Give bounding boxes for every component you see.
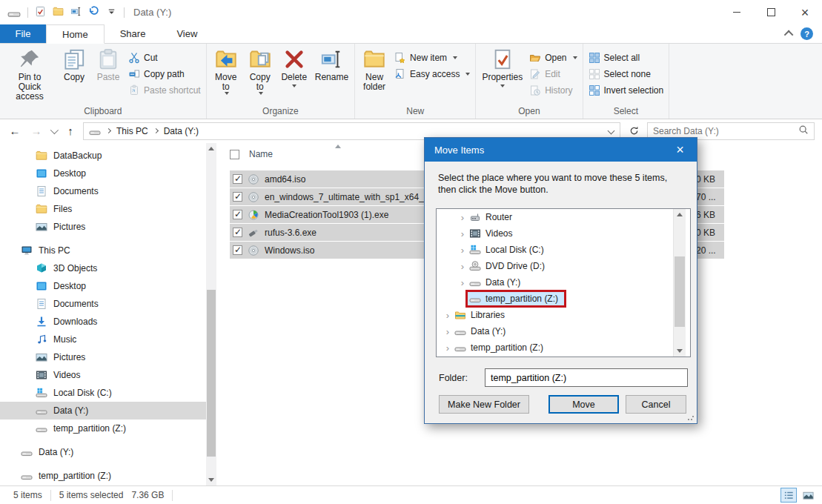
make-new-folder-button[interactable]: Make New Folder (439, 395, 529, 414)
row-checkbox[interactable] (233, 174, 242, 184)
expander-icon[interactable] (457, 277, 468, 288)
ribbon-button-new-item[interactable]: New item (391, 50, 473, 66)
details-view-icon[interactable] (780, 488, 797, 503)
ribbon-button-history[interactable]: History (526, 82, 580, 99)
tab-home[interactable]: Home (46, 24, 105, 44)
sidebar-item-temp-partition-z[interactable]: temp_partition (Z:) (0, 467, 206, 485)
folder-icon[interactable] (53, 6, 64, 19)
sidebar-item-documents[interactable]: Documents (0, 295, 206, 313)
tree-item-temp-partition-z[interactable]: temp_partition (Z:) (437, 339, 690, 356)
ribbon-button-paste-shortcut[interactable]: Paste shortcut (125, 82, 204, 99)
tab-share[interactable]: Share (105, 24, 162, 43)
up-icon[interactable]: ↑ (62, 125, 79, 137)
ribbon-button-select-none[interactable]: Select none (586, 66, 667, 82)
close-icon[interactable] (788, 0, 822, 24)
ribbon-button-delete[interactable]: Delete (278, 45, 311, 87)
ribbon-button-select-all[interactable]: Select all (586, 50, 667, 66)
minimize-icon[interactable] (720, 0, 754, 24)
sidebar-item-documents[interactable]: Documents (0, 182, 206, 200)
sidebar-item-local-disk-c[interactable]: Local Disk (C:) (0, 384, 206, 402)
expander-icon[interactable] (457, 261, 468, 272)
sidebar-item-downloads[interactable]: Downloads (0, 313, 206, 331)
tree-item-data-y[interactable]: Data (Y:) (437, 274, 690, 291)
breadcrumb-item-this-pc[interactable]: This PC (116, 126, 148, 136)
annotation-highlight[interactable]: temp_partition (Z:) (465, 290, 566, 308)
expander-icon[interactable] (457, 212, 468, 223)
recent-locations-icon[interactable] (50, 125, 59, 133)
sidebar-scrollbar[interactable] (206, 143, 216, 485)
sidebar-item-videos[interactable]: Videos (0, 366, 206, 384)
properties-check-icon[interactable] (35, 6, 46, 19)
collapse-ribbon-icon[interactable] (784, 30, 794, 40)
tree-scrollbar[interactable] (673, 209, 686, 357)
sidebar-item-data-y[interactable]: Data (Y:) (0, 443, 206, 461)
tree-item-local-disk-c[interactable]: Local Disk (C:) (437, 242, 690, 258)
ribbon-button-invert-selection[interactable]: Invert selection (586, 82, 667, 99)
sidebar-item-pictures[interactable]: Pictures (0, 348, 206, 366)
ribbon-button-copy-to[interactable]: Copy to (244, 45, 276, 95)
ribbon-button-copy-path[interactable]: Copy path (125, 66, 204, 82)
search-input[interactable] (653, 126, 798, 136)
ribbon-button-cut[interactable]: Cut (125, 50, 204, 66)
ribbon-button-properties[interactable]: Properties (479, 45, 526, 87)
sidebar-item-pictures[interactable]: Pictures (0, 218, 206, 236)
tree-item-router[interactable]: Router (437, 209, 690, 225)
ribbon-button-pin-to-quick-access[interactable]: Pin to Quick access (3, 45, 56, 102)
resize-grip[interactable] (687, 414, 695, 421)
sidebar-item-this-pc[interactable]: This PC (0, 242, 206, 259)
ribbon-button-easy-access[interactable]: Easy access (391, 66, 473, 82)
row-checkbox[interactable] (233, 245, 242, 255)
column-header-name[interactable]: Name (230, 149, 273, 159)
tree-item-temp-partition-z[interactable]: temp_partition (Z:) (437, 291, 690, 307)
expander-icon[interactable] (443, 342, 453, 354)
scroll-up-icon[interactable] (677, 213, 683, 216)
ribbon-button-new-folder[interactable]: New folder (358, 45, 391, 92)
scrollbar-thumb[interactable] (207, 290, 216, 457)
sidebar-item-desktop[interactable]: Desktop (0, 165, 206, 182)
rename-icon[interactable] (70, 6, 82, 19)
row-checkbox[interactable] (233, 228, 242, 237)
forward-icon[interactable]: → (27, 125, 45, 137)
sidebar-item-databackup[interactable]: DataBackup (0, 147, 206, 165)
tab-file[interactable]: File (0, 24, 46, 43)
undo-icon[interactable] (88, 6, 99, 19)
dialog-close-icon[interactable] (663, 138, 697, 162)
back-icon[interactable]: ← (6, 125, 24, 137)
expander-icon[interactable] (443, 310, 453, 321)
large-icons-view-icon[interactable] (800, 488, 816, 503)
tree-item-videos[interactable]: Videos (437, 225, 690, 242)
expander-icon[interactable] (457, 228, 468, 239)
ribbon-button-move-to[interactable]: Move to (210, 45, 242, 95)
select-all-checkbox[interactable] (230, 150, 239, 159)
address-dropdown-icon[interactable] (608, 127, 615, 135)
expander-icon[interactable] (457, 245, 468, 256)
maximize-icon[interactable] (754, 0, 788, 24)
qat-customize-icon[interactable] (106, 6, 117, 19)
help-icon[interactable] (801, 27, 813, 40)
row-checkbox[interactable] (233, 192, 242, 202)
cancel-button[interactable]: Cancel (626, 395, 686, 414)
expander-icon[interactable] (443, 326, 453, 337)
row-checkbox[interactable] (233, 210, 242, 219)
tree-item-libraries[interactable]: Libraries (437, 307, 690, 323)
scroll-down-icon[interactable] (677, 349, 683, 353)
scroll-up-icon[interactable] (208, 147, 214, 150)
scroll-down-icon[interactable] (208, 478, 214, 482)
sidebar-item-3d-objects[interactable]: 3D Objects (0, 259, 206, 277)
sidebar-item-desktop[interactable]: Desktop (0, 277, 206, 295)
tree-item-data-y[interactable]: Data (Y:) (437, 323, 690, 339)
ribbon-button-edit[interactable]: Edit (526, 66, 580, 82)
ribbon-button-open[interactable]: Open (526, 50, 580, 66)
ribbon-button-rename[interactable]: Rename (312, 45, 351, 82)
ribbon-button-paste[interactable]: Paste (92, 45, 125, 82)
tree-item-dvd-drive-d[interactable]: DVD Drive (D:) (437, 258, 690, 274)
sidebar-item-temp-partition-z[interactable]: temp_partition (Z:) (0, 420, 206, 437)
sidebar-item-files[interactable]: Files (0, 200, 206, 218)
ribbon-button-copy[interactable]: Copy (58, 45, 90, 82)
scrollbar-thumb[interactable] (674, 256, 685, 327)
dialog-title-bar[interactable]: Move Items (425, 138, 697, 162)
sidebar-item-data-y[interactable]: Data (Y:) (0, 402, 206, 420)
move-button[interactable]: Move (548, 395, 619, 414)
tab-view[interactable]: View (161, 24, 213, 43)
sort-ascending-icon[interactable] (335, 145, 341, 148)
